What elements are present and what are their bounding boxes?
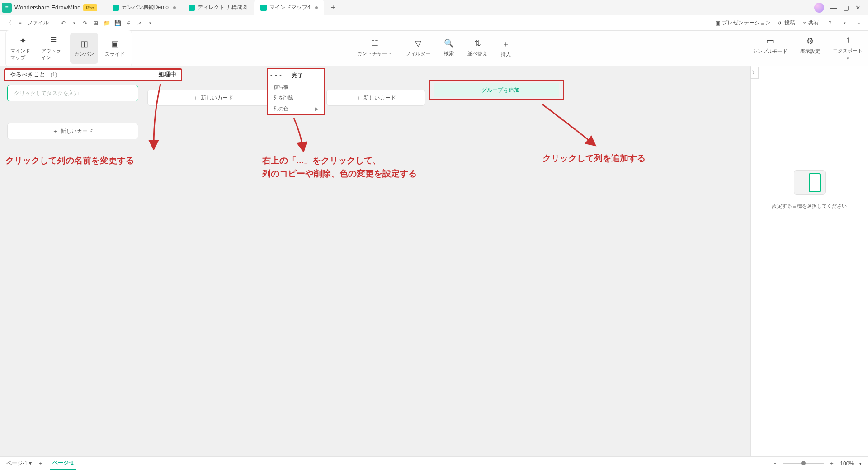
undo-icon[interactable]: ↶ [60, 20, 67, 26]
annotation-text-3: クリックして列を追加する [542, 152, 646, 165]
annotation-arrow-1 [145, 82, 172, 150]
zoom-out-button[interactable]: － [772, 460, 778, 467]
view-slide[interactable]: ▣スライド [101, 33, 129, 64]
page-selector[interactable]: ページ-1 ▾ [6, 460, 32, 467]
plus-icon: ＋ [355, 94, 361, 102]
app-logo-icon: ≡ [2, 3, 12, 13]
filter-icon: ▽ [415, 38, 421, 48]
panel-toggle-button[interactable]: 〉 [750, 67, 759, 79]
print-icon[interactable]: 🖨 [125, 20, 132, 26]
user-avatar[interactable] [814, 3, 824, 13]
column-title-done[interactable]: 完了 [284, 71, 324, 80]
tab-label: マインドマップ4 [269, 4, 311, 11]
tab-kanban-demo[interactable]: カンバン機能Demo [106, 0, 182, 15]
window-controls: — ▢ ✕ [814, 3, 866, 13]
pro-badge: Pro [83, 4, 97, 11]
zoom-slider[interactable] [783, 463, 824, 464]
column-status: 処理中 [159, 71, 176, 79]
annotation-arrow-3 [538, 102, 601, 147]
dirty-dot-icon [315, 6, 318, 9]
mindmap-icon: ✦ [19, 36, 26, 46]
page-tab[interactable]: ページ-1 [50, 457, 76, 470]
post-button[interactable]: ✈ 投稿 [778, 19, 795, 27]
collapse-ribbon-icon[interactable]: ︿ [855, 19, 863, 27]
sort-button[interactable]: ⇅並べ替え [467, 38, 487, 58]
plus-icon: ＋ [502, 38, 510, 49]
title-bar: ≡ Wondershare EdrawMind Pro カンバン機能Demo デ… [0, 0, 868, 15]
save-icon[interactable]: 💾 [114, 20, 121, 26]
right-panel: 〉 設定する目標を選択してください [750, 66, 868, 456]
menu-copy-column[interactable]: 複写欄 [268, 81, 324, 92]
simple-mode-button[interactable]: ▭シンプルモード [753, 36, 788, 61]
zoom-in-button[interactable]: ＋ [829, 460, 835, 467]
add-card-button-col3[interactable]: ＋新しいカード [326, 90, 425, 106]
export-dropdown-icon[interactable]: ▾ [146, 21, 154, 25]
filter-button[interactable]: ▽フィルター [406, 38, 430, 58]
help-dropdown-icon[interactable]: ▾ [841, 21, 848, 25]
ribbon: ✦マインドマップ ≣アウトライン ◫カンバン ▣スライド ☳ガントチャート ▽フ… [0, 31, 868, 66]
search-button[interactable]: 🔍検索 [444, 38, 454, 58]
display-icon: ⚙ [807, 36, 814, 46]
add-group-highlight: ＋グループを追加 [429, 80, 564, 100]
tab-mindmap4[interactable]: マインドマップ4 [254, 0, 324, 15]
presentation-button[interactable]: ▣ プレゼンテーション [715, 19, 771, 27]
ribbon-right: ▭シンプルモード ⚙表示設定 ⤴エクスポート▾ [753, 36, 863, 61]
plus-icon: ＋ [52, 128, 58, 135]
help-icon[interactable]: ? [826, 20, 834, 26]
view-mindmap[interactable]: ✦マインドマップ [9, 33, 37, 64]
menu-icon[interactable]: ≡ [16, 20, 24, 26]
search-icon: 🔍 [444, 38, 454, 48]
chevron-down-icon[interactable]: ▾ [859, 461, 862, 466]
display-settings-button[interactable]: ⚙表示設定 [800, 36, 820, 61]
redo-icon[interactable]: ↷ [81, 20, 89, 26]
insert-button[interactable]: ＋挿入 [501, 38, 511, 58]
file-menu[interactable]: ファイル [27, 19, 49, 27]
column-context-menu: • • • 完了 複写欄 列を削除 列の色▶ [267, 68, 326, 115]
doc-icon [189, 5, 195, 11]
export-icon: ⤴ [846, 36, 850, 46]
column-header-todo[interactable]: やるべきこと (1) 処理中 [4, 68, 182, 81]
placeholder-text: 設定する目標を選択してください [772, 203, 847, 209]
simple-icon: ▭ [766, 36, 774, 46]
more-icon[interactable]: • • • [268, 72, 284, 79]
doc-icon [260, 5, 267, 11]
column-title: やるべきこと [10, 71, 45, 78]
menu-column-color[interactable]: 列の色▶ [268, 103, 324, 114]
menu-delete-column[interactable]: 列を削除 [268, 92, 324, 103]
gantt-icon: ☳ [371, 38, 378, 48]
view-switcher: ✦マインドマップ ≣アウトライン ◫カンバン ▣スライド [5, 30, 132, 67]
new-tab-button[interactable]: ＋ [324, 3, 342, 12]
plus-icon: ＋ [193, 94, 198, 102]
share-button[interactable]: ∝ 共有 [802, 19, 819, 27]
view-kanban[interactable]: ◫カンバン [70, 33, 98, 64]
new-icon[interactable]: ⊞ [92, 20, 99, 26]
status-bar: ページ-1 ▾ ＋ ページ-1 － ＋ 100% ▾ [0, 456, 868, 470]
add-card-button-col1[interactable]: ＋新しいカード [7, 123, 138, 139]
view-outline[interactable]: ≣アウトライン [39, 33, 67, 64]
undo-dropdown-icon[interactable]: ▾ [71, 21, 78, 25]
plus-icon: ＋ [473, 86, 479, 94]
app-name: Wondershare EdrawMind [14, 4, 80, 11]
export-button[interactable]: ⤴エクスポート▾ [833, 36, 863, 61]
add-group-button[interactable]: ＋グループを追加 [434, 83, 559, 97]
add-page-button[interactable]: ＋ [38, 460, 43, 467]
back-icon[interactable]: 〈 [5, 19, 13, 27]
minimize-button[interactable]: — [830, 4, 837, 11]
gantt-button[interactable]: ☳ガントチャート [357, 38, 392, 58]
zoom-level[interactable]: 100% [840, 461, 854, 467]
close-button[interactable]: ✕ [855, 4, 861, 11]
tab-directory[interactable]: ディレクトリ 構成図 [182, 0, 254, 15]
kanban-icon: ◫ [80, 39, 88, 49]
doc-icon [113, 5, 119, 11]
ribbon-center: ☳ガントチャート ▽フィルター 🔍検索 ⇅並べ替え ＋挿入 [357, 38, 511, 58]
chevron-right-icon: ▶ [315, 106, 319, 111]
task-input[interactable]: クリックしてタスクを入力 [7, 85, 138, 101]
annotation-arrow-2 [285, 116, 312, 152]
tab-label: ディレクトリ 構成図 [198, 4, 248, 11]
outline-icon: ≣ [50, 36, 57, 46]
slide-icon: ▣ [111, 39, 119, 49]
open-icon[interactable]: 📁 [103, 20, 110, 26]
maximize-button[interactable]: ▢ [843, 4, 849, 11]
export-icon[interactable]: ↗ [136, 20, 143, 26]
dirty-dot-icon [173, 6, 176, 9]
